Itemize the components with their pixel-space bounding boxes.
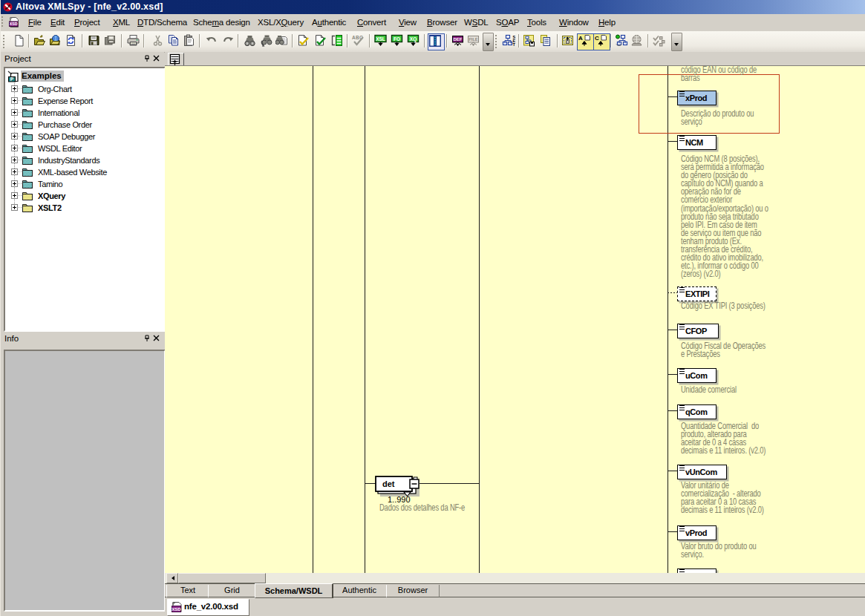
svg-text:XQ: XQ (410, 36, 417, 42)
svg-text:XSD: XSD (172, 607, 181, 612)
svg-text:FILE: FILE (469, 37, 477, 42)
svg-text:C: C (595, 35, 599, 42)
svg-text:XSD: XSD (10, 22, 18, 26)
svg-text:P: P (10, 76, 14, 82)
svg-text:DEF: DEF (454, 37, 463, 42)
svg-text:XSL: XSL (376, 36, 385, 42)
svg-text:FO: FO (394, 36, 400, 42)
svg-text:A: A (578, 35, 583, 42)
svg-text:det: det (382, 479, 395, 488)
